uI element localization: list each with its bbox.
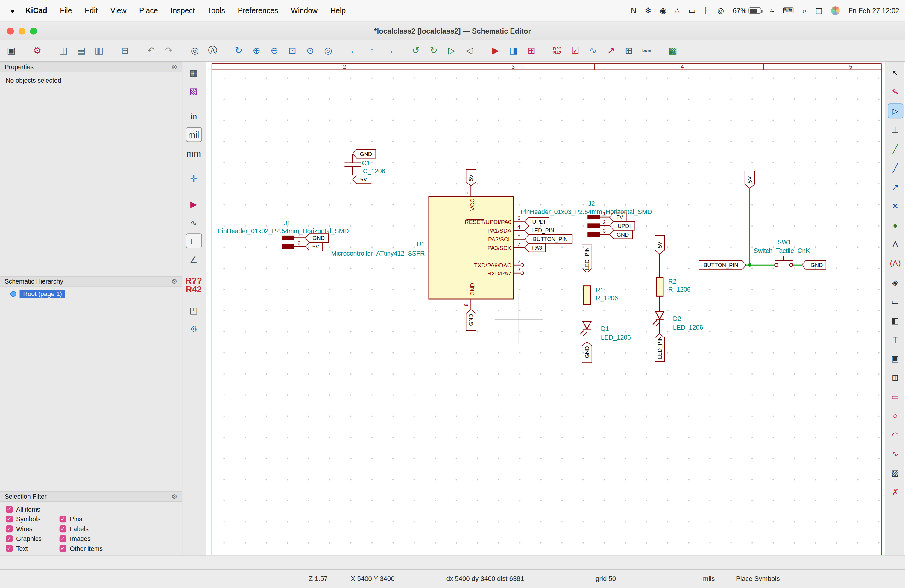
junction-icon[interactable]: ● [888,218,903,233]
global-label-pa3[interactable]: PA3 [525,243,545,252]
table-icon[interactable]: ⊞ [888,370,903,385]
menu-item[interactable]: Help [324,6,352,15]
plot-icon[interactable]: ▥ [91,43,107,59]
menu-item[interactable]: Place [133,6,164,15]
global-label-gnd-j1[interactable]: GND [305,234,328,242]
units-mm-icon[interactable]: mm [186,146,202,161]
nav-back-icon[interactable]: ← [346,43,362,59]
free-angle-icon[interactable]: ▶ [186,196,202,211]
arc-icon[interactable]: ◠ [888,427,903,442]
symbol-fields-icon[interactable]: ⊞ [621,43,637,59]
display-icon[interactable]: ▭ [689,6,696,15]
filter-images[interactable]: Images [60,535,110,542]
menu-item[interactable]: File [54,6,78,15]
delete-icon[interactable]: ✗ [888,485,903,499]
app-menu-kicad[interactable]: KiCad [19,6,54,15]
spotlight-icon[interactable]: ⌕ [802,6,807,15]
airplay-icon[interactable]: ◎ [718,6,724,15]
draw-bus-icon[interactable]: ╱ [888,161,903,175]
filter-pins[interactable]: Pins [60,515,110,523]
annotate-sidebar-icon[interactable]: R?? R42 [186,277,202,292]
textbox-icon[interactable]: ▣ [888,351,903,366]
component-r2[interactable]: R2 R_1206 [656,254,691,312]
grid-show-icon[interactable]: ▦ [186,65,202,79]
zoom-objects-icon[interactable]: ◎ [320,43,336,59]
zoom-fit-icon[interactable]: ⊡ [284,43,300,59]
net-label-icon[interactable]: A [888,237,903,252]
control-center-icon[interactable]: ◫ [815,6,822,15]
selection-filter-close-icon[interactable]: ⊗ [171,493,177,501]
find-icon[interactable]: ◎ [187,43,203,59]
filter-text[interactable]: Text [6,545,56,552]
rotate-ccw-icon[interactable]: ↺ [408,43,424,59]
hop-over-icon[interactable]: ∿ [186,215,202,230]
filter-labels[interactable]: Labels [60,525,110,532]
global-label-5v-j2[interactable]: 5V [610,213,627,222]
hierarchy-close-icon[interactable]: ⊗ [171,277,177,285]
cursor-shape-icon[interactable]: ✛ [186,171,202,186]
filter-other-items[interactable]: Other items [60,545,110,552]
global-label-gnd-c1[interactable]: GND [352,149,376,158]
draw-wire-icon[interactable]: ╱ [888,141,903,156]
maximize-window-button[interactable] [30,27,37,35]
user-avatar[interactable] [831,6,840,15]
rotate-cw-icon[interactable]: ↻ [426,43,441,59]
filter-graphics[interactable]: Graphics [6,535,56,542]
hier-label-icon[interactable]: ◈ [888,275,903,290]
save-icon[interactable]: ▣ [3,43,19,59]
menu-item[interactable]: Window [284,6,324,15]
window-titlebar[interactable]: *localclass2 [localclass2] — Schematic E… [0,22,905,40]
assistant-icon[interactable]: ✻ [645,6,651,15]
battery-indicator[interactable]: 67% [733,6,761,15]
component-d2[interactable]: D2 LED_1206 [653,311,703,334]
global-label-5v-c1[interactable]: 5V [352,175,371,184]
text-icon[interactable]: T [888,332,903,347]
erc-check-icon[interactable]: ☑ [567,43,583,59]
global-label-gnd-sw1[interactable]: GND [802,261,826,269]
nav-up-icon[interactable]: ↑ [364,43,380,59]
apple-menu-icon[interactable]: ● [6,6,19,15]
probe-icon[interactable]: ↗ [603,43,619,59]
any-angle-icon[interactable]: ∠ [186,252,202,267]
paste-icon[interactable]: ⊟ [117,43,133,59]
component-r1[interactable]: R1 R_1206 [584,272,618,321]
hv-wires-icon[interactable]: ∟ [186,233,202,248]
refresh-icon[interactable]: ↻ [231,43,246,59]
bom-icon[interactable]: bom [639,43,654,59]
filter-all-items[interactable]: All items [6,505,56,513]
global-label-button-pin-sw1[interactable]: BUTTON_PIN [699,261,746,269]
zoom-selection-icon[interactable]: ⊙ [303,43,318,59]
grid-settings-icon[interactable]: ▧ [186,83,202,98]
open-pcb-icon[interactable]: ▩ [665,43,681,59]
global-label-button-pin[interactable]: BUTTON_PIN [525,235,572,243]
close-window-button[interactable] [7,27,14,35]
footprint-assign-icon[interactable]: ◨ [505,43,521,59]
page-copy-icon[interactable]: ◫ [56,43,71,59]
component-u1[interactable]: U1 Microcontroller_ATtiny412_SSFR 1 VCC … [331,186,525,310]
menu-item[interactable]: Tools [201,6,231,15]
menu-item[interactable]: View [104,6,133,15]
nav-forward-icon[interactable]: → [382,43,398,59]
mirror-h-icon[interactable]: ◁ [462,43,477,59]
schematic-canvas[interactable]: 2 3 4 5 C1 C_1206 GND [206,62,886,555]
erc-icon[interactable]: ▶ [488,43,503,59]
input-source-icon[interactable]: ⌨ [783,6,794,15]
print-icon[interactable]: ▤ [73,43,89,59]
global-label-5v-j1[interactable]: 5V [305,242,322,251]
menu-item[interactable]: Preferences [231,6,284,15]
rectangle-icon[interactable]: ▭ [888,389,903,404]
minimize-window-button[interactable] [19,27,25,35]
hierarchy-root-label[interactable]: Root (page 1) [20,290,65,298]
bluetooth-icon[interactable]: ᛒ [704,6,709,15]
menu-item[interactable]: Edit [78,6,104,15]
component-d1[interactable]: D1 LED_1206 [580,321,631,342]
units-inches-icon[interactable]: in [186,109,202,124]
menubar-clock[interactable]: Fri Feb 27 12:02 [848,6,899,15]
place-symbol-icon[interactable]: ▷ [888,103,903,118]
global-label-updi[interactable]: UPDI [525,217,549,226]
component-j1[interactable]: J1 PinHeader_01x02_P2.54mm_Horizontal_SM… [218,219,349,249]
component-sw1[interactable]: SW1 Switch_Tactile_CnK [754,238,810,267]
update-pcb-icon[interactable]: ⊞ [524,43,539,59]
annotate-icon[interactable]: R?? R42 [549,43,565,59]
bezier-icon[interactable]: ∿ [888,447,903,461]
